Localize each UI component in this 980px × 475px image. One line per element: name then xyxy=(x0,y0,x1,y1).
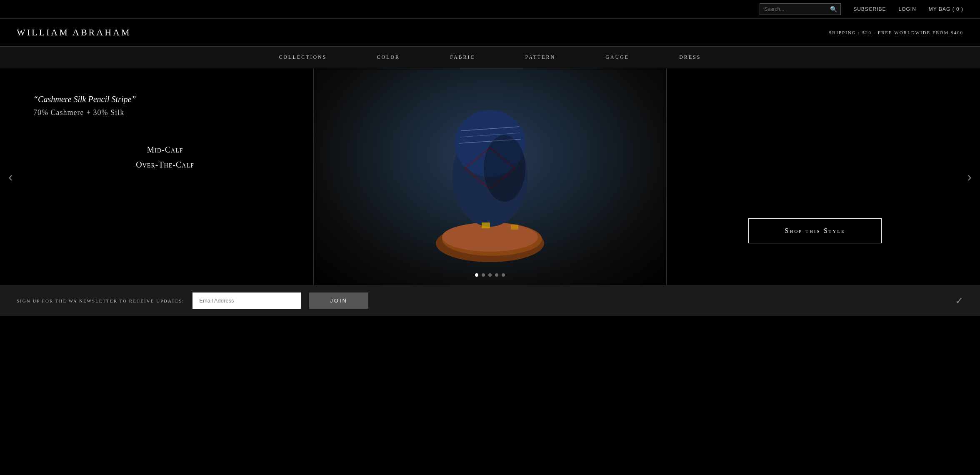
newsletter-bar: SIGN UP FOR THE WA NEWSLETTER TO RECEIVE… xyxy=(0,285,980,316)
join-button[interactable]: JOIN xyxy=(309,292,368,309)
search-input[interactable] xyxy=(760,4,827,14)
nav-collections[interactable]: COLLECTIONS xyxy=(254,47,352,68)
dot-5[interactable] xyxy=(502,273,505,277)
dot-2[interactable] xyxy=(482,273,485,277)
top-bar: 🔍 SUBSCRIBE LOGIN MY BAG ( 0 ) xyxy=(0,0,980,19)
search-button[interactable]: 🔍 xyxy=(827,4,840,15)
carousel-dots xyxy=(475,273,505,277)
svg-rect-13 xyxy=(482,222,490,228)
hero-types: Mid-Calf Over-The-Calf xyxy=(33,142,297,172)
shop-button[interactable]: Shop this Style xyxy=(748,218,882,243)
nav-color[interactable]: COLOR xyxy=(352,47,425,68)
hero-image xyxy=(314,68,666,285)
newsletter-signup-text: SIGN UP FOR THE WA NEWSLETTER TO RECEIVE… xyxy=(17,298,184,303)
hero-subtitle: 70% Cashmere + 30% Silk xyxy=(33,108,297,117)
header: WILLIAM ABRAHAM SHIPPING : $20 - FREE WO… xyxy=(0,19,980,46)
subscribe-button[interactable]: SUBSCRIBE xyxy=(853,6,886,12)
hero-image-placeholder xyxy=(314,68,666,285)
nav-pattern[interactable]: PATTERN xyxy=(500,47,581,68)
search-wrapper: 🔍 xyxy=(760,3,841,15)
shipping-banner: SHIPPING : $20 - FREE WORLDWIDE FROM $40… xyxy=(829,30,963,35)
dot-1[interactable] xyxy=(475,273,478,277)
bag-button[interactable]: MY BAG ( 0 ) xyxy=(929,6,963,12)
email-input[interactable] xyxy=(192,292,301,309)
hero-type-2: Over-The-Calf xyxy=(33,157,297,172)
logo: WILLIAM ABRAHAM xyxy=(17,27,131,38)
hero-left: ‹ “Cashmere Silk Pencil Stripe” 70% Cash… xyxy=(0,68,313,285)
dismiss-arrow[interactable]: ✓ xyxy=(955,295,963,307)
main-nav: COLLECTIONS COLOR FABRIC PATTERN GAUGE D… xyxy=(0,46,980,68)
hero-section: ‹ “Cashmere Silk Pencil Stripe” 70% Cash… xyxy=(0,68,980,285)
next-arrow-button[interactable]: › xyxy=(967,169,972,185)
nav-dress[interactable]: DRESS xyxy=(654,47,726,68)
svg-point-12 xyxy=(484,135,525,202)
svg-rect-14 xyxy=(511,225,518,230)
dot-4[interactable] xyxy=(495,273,498,277)
hero-right: › Shop this Style xyxy=(667,68,980,285)
hero-title: “Cashmere Silk Pencil Stripe” xyxy=(33,93,297,105)
hero-illustration xyxy=(428,85,552,268)
nav-fabric[interactable]: FABRIC xyxy=(425,47,500,68)
dot-3[interactable] xyxy=(488,273,492,277)
nav-gauge[interactable]: GAUGE xyxy=(580,47,654,68)
hero-type-1: Mid-Calf xyxy=(33,142,297,157)
login-button[interactable]: LOGIN xyxy=(899,6,916,12)
prev-arrow-button[interactable]: ‹ xyxy=(8,169,13,185)
